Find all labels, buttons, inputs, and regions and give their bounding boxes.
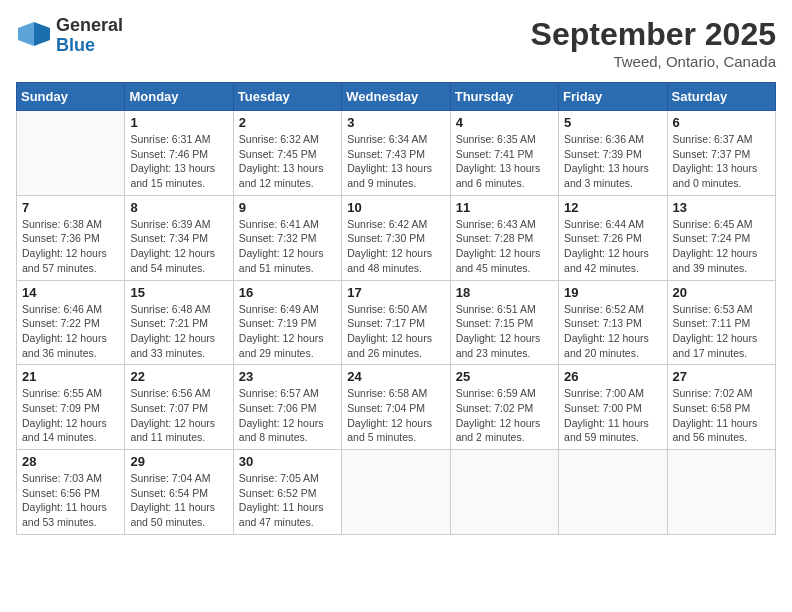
calendar-cell: 8Sunrise: 6:39 AMSunset: 7:34 PMDaylight… bbox=[125, 195, 233, 280]
calendar-cell: 26Sunrise: 7:00 AMSunset: 7:00 PMDayligh… bbox=[559, 365, 667, 450]
day-info: Sunrise: 6:52 AMSunset: 7:13 PMDaylight:… bbox=[564, 302, 661, 361]
calendar-cell: 16Sunrise: 6:49 AMSunset: 7:19 PMDayligh… bbox=[233, 280, 341, 365]
calendar-cell: 25Sunrise: 6:59 AMSunset: 7:02 PMDayligh… bbox=[450, 365, 558, 450]
day-info: Sunrise: 6:48 AMSunset: 7:21 PMDaylight:… bbox=[130, 302, 227, 361]
day-info: Sunrise: 6:51 AMSunset: 7:15 PMDaylight:… bbox=[456, 302, 553, 361]
day-info: Sunrise: 6:42 AMSunset: 7:30 PMDaylight:… bbox=[347, 217, 444, 276]
logo-icon bbox=[16, 18, 52, 54]
day-number: 25 bbox=[456, 369, 553, 384]
day-number: 20 bbox=[673, 285, 770, 300]
day-info: Sunrise: 6:43 AMSunset: 7:28 PMDaylight:… bbox=[456, 217, 553, 276]
weekday-header-friday: Friday bbox=[559, 83, 667, 111]
day-number: 22 bbox=[130, 369, 227, 384]
day-number: 8 bbox=[130, 200, 227, 215]
day-number: 30 bbox=[239, 454, 336, 469]
day-info: Sunrise: 6:37 AMSunset: 7:37 PMDaylight:… bbox=[673, 132, 770, 191]
day-number: 11 bbox=[456, 200, 553, 215]
day-number: 5 bbox=[564, 115, 661, 130]
calendar-header-row: SundayMondayTuesdayWednesdayThursdayFrid… bbox=[17, 83, 776, 111]
day-info: Sunrise: 7:05 AMSunset: 6:52 PMDaylight:… bbox=[239, 471, 336, 530]
calendar-cell: 22Sunrise: 6:56 AMSunset: 7:07 PMDayligh… bbox=[125, 365, 233, 450]
calendar-cell: 2Sunrise: 6:32 AMSunset: 7:45 PMDaylight… bbox=[233, 111, 341, 196]
logo: General Blue bbox=[16, 16, 123, 56]
calendar-cell: 4Sunrise: 6:35 AMSunset: 7:41 PMDaylight… bbox=[450, 111, 558, 196]
day-info: Sunrise: 6:49 AMSunset: 7:19 PMDaylight:… bbox=[239, 302, 336, 361]
day-info: Sunrise: 6:55 AMSunset: 7:09 PMDaylight:… bbox=[22, 386, 119, 445]
day-number: 14 bbox=[22, 285, 119, 300]
weekday-header-thursday: Thursday bbox=[450, 83, 558, 111]
calendar-cell: 1Sunrise: 6:31 AMSunset: 7:46 PMDaylight… bbox=[125, 111, 233, 196]
day-number: 1 bbox=[130, 115, 227, 130]
day-info: Sunrise: 6:56 AMSunset: 7:07 PMDaylight:… bbox=[130, 386, 227, 445]
calendar-week-4: 21Sunrise: 6:55 AMSunset: 7:09 PMDayligh… bbox=[17, 365, 776, 450]
logo-text-group: General Blue bbox=[56, 16, 123, 56]
logo-line1: General bbox=[56, 16, 123, 36]
calendar-cell: 3Sunrise: 6:34 AMSunset: 7:43 PMDaylight… bbox=[342, 111, 450, 196]
day-number: 24 bbox=[347, 369, 444, 384]
calendar-cell: 17Sunrise: 6:50 AMSunset: 7:17 PMDayligh… bbox=[342, 280, 450, 365]
day-info: Sunrise: 6:58 AMSunset: 7:04 PMDaylight:… bbox=[347, 386, 444, 445]
calendar-cell: 23Sunrise: 6:57 AMSunset: 7:06 PMDayligh… bbox=[233, 365, 341, 450]
calendar-week-1: 1Sunrise: 6:31 AMSunset: 7:46 PMDaylight… bbox=[17, 111, 776, 196]
calendar-cell: 19Sunrise: 6:52 AMSunset: 7:13 PMDayligh… bbox=[559, 280, 667, 365]
weekday-header-sunday: Sunday bbox=[17, 83, 125, 111]
day-info: Sunrise: 7:02 AMSunset: 6:58 PMDaylight:… bbox=[673, 386, 770, 445]
calendar-cell: 29Sunrise: 7:04 AMSunset: 6:54 PMDayligh… bbox=[125, 450, 233, 535]
day-number: 6 bbox=[673, 115, 770, 130]
month-title: September 2025 bbox=[531, 16, 776, 53]
day-info: Sunrise: 6:45 AMSunset: 7:24 PMDaylight:… bbox=[673, 217, 770, 276]
calendar-table: SundayMondayTuesdayWednesdayThursdayFrid… bbox=[16, 82, 776, 535]
calendar-cell: 5Sunrise: 6:36 AMSunset: 7:39 PMDaylight… bbox=[559, 111, 667, 196]
day-number: 13 bbox=[673, 200, 770, 215]
day-number: 4 bbox=[456, 115, 553, 130]
day-info: Sunrise: 6:57 AMSunset: 7:06 PMDaylight:… bbox=[239, 386, 336, 445]
day-info: Sunrise: 6:50 AMSunset: 7:17 PMDaylight:… bbox=[347, 302, 444, 361]
day-number: 10 bbox=[347, 200, 444, 215]
weekday-header-saturday: Saturday bbox=[667, 83, 775, 111]
day-info: Sunrise: 6:36 AMSunset: 7:39 PMDaylight:… bbox=[564, 132, 661, 191]
calendar-cell: 30Sunrise: 7:05 AMSunset: 6:52 PMDayligh… bbox=[233, 450, 341, 535]
calendar-cell: 14Sunrise: 6:46 AMSunset: 7:22 PMDayligh… bbox=[17, 280, 125, 365]
day-info: Sunrise: 7:03 AMSunset: 6:56 PMDaylight:… bbox=[22, 471, 119, 530]
calendar-cell: 9Sunrise: 6:41 AMSunset: 7:32 PMDaylight… bbox=[233, 195, 341, 280]
day-number: 12 bbox=[564, 200, 661, 215]
day-info: Sunrise: 6:59 AMSunset: 7:02 PMDaylight:… bbox=[456, 386, 553, 445]
day-info: Sunrise: 6:35 AMSunset: 7:41 PMDaylight:… bbox=[456, 132, 553, 191]
calendar-cell bbox=[450, 450, 558, 535]
day-number: 26 bbox=[564, 369, 661, 384]
calendar-cell bbox=[342, 450, 450, 535]
weekday-header-wednesday: Wednesday bbox=[342, 83, 450, 111]
page-header: General Blue September 2025 Tweed, Ontar… bbox=[16, 16, 776, 70]
day-number: 15 bbox=[130, 285, 227, 300]
day-number: 27 bbox=[673, 369, 770, 384]
calendar-cell: 7Sunrise: 6:38 AMSunset: 7:36 PMDaylight… bbox=[17, 195, 125, 280]
calendar-cell: 10Sunrise: 6:42 AMSunset: 7:30 PMDayligh… bbox=[342, 195, 450, 280]
day-info: Sunrise: 6:34 AMSunset: 7:43 PMDaylight:… bbox=[347, 132, 444, 191]
weekday-header-monday: Monday bbox=[125, 83, 233, 111]
calendar-cell: 28Sunrise: 7:03 AMSunset: 6:56 PMDayligh… bbox=[17, 450, 125, 535]
day-number: 7 bbox=[22, 200, 119, 215]
logo-line2: Blue bbox=[56, 36, 95, 56]
title-section: September 2025 Tweed, Ontario, Canada bbox=[531, 16, 776, 70]
day-number: 16 bbox=[239, 285, 336, 300]
calendar-cell: 6Sunrise: 6:37 AMSunset: 7:37 PMDaylight… bbox=[667, 111, 775, 196]
day-info: Sunrise: 6:53 AMSunset: 7:11 PMDaylight:… bbox=[673, 302, 770, 361]
day-number: 9 bbox=[239, 200, 336, 215]
calendar-cell: 11Sunrise: 6:43 AMSunset: 7:28 PMDayligh… bbox=[450, 195, 558, 280]
day-info: Sunrise: 6:41 AMSunset: 7:32 PMDaylight:… bbox=[239, 217, 336, 276]
calendar-week-3: 14Sunrise: 6:46 AMSunset: 7:22 PMDayligh… bbox=[17, 280, 776, 365]
day-info: Sunrise: 6:32 AMSunset: 7:45 PMDaylight:… bbox=[239, 132, 336, 191]
day-number: 18 bbox=[456, 285, 553, 300]
day-info: Sunrise: 6:38 AMSunset: 7:36 PMDaylight:… bbox=[22, 217, 119, 276]
day-info: Sunrise: 6:39 AMSunset: 7:34 PMDaylight:… bbox=[130, 217, 227, 276]
calendar-cell: 24Sunrise: 6:58 AMSunset: 7:04 PMDayligh… bbox=[342, 365, 450, 450]
calendar-week-5: 28Sunrise: 7:03 AMSunset: 6:56 PMDayligh… bbox=[17, 450, 776, 535]
day-number: 3 bbox=[347, 115, 444, 130]
day-number: 19 bbox=[564, 285, 661, 300]
calendar-cell: 21Sunrise: 6:55 AMSunset: 7:09 PMDayligh… bbox=[17, 365, 125, 450]
calendar-cell: 18Sunrise: 6:51 AMSunset: 7:15 PMDayligh… bbox=[450, 280, 558, 365]
calendar-cell: 15Sunrise: 6:48 AMSunset: 7:21 PMDayligh… bbox=[125, 280, 233, 365]
calendar-cell: 12Sunrise: 6:44 AMSunset: 7:26 PMDayligh… bbox=[559, 195, 667, 280]
calendar-cell bbox=[17, 111, 125, 196]
day-info: Sunrise: 6:31 AMSunset: 7:46 PMDaylight:… bbox=[130, 132, 227, 191]
